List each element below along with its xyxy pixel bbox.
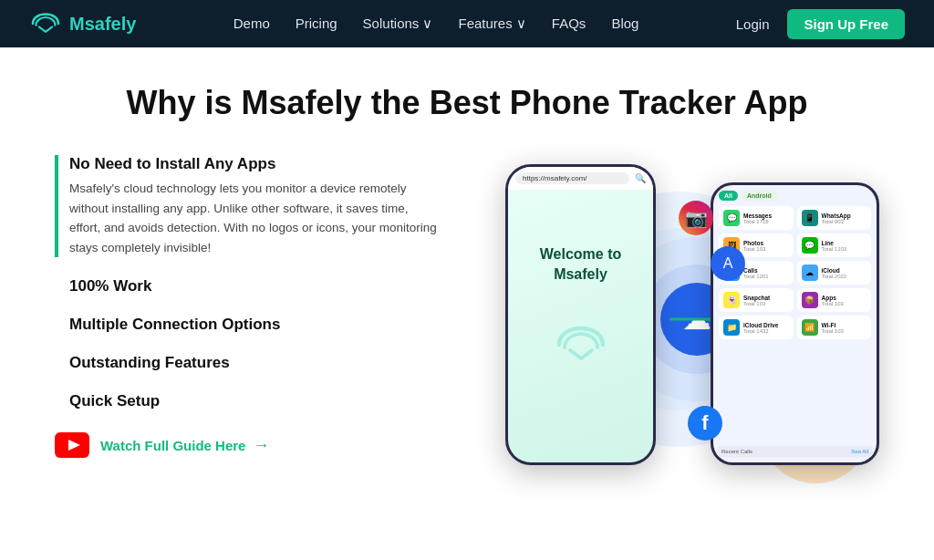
messages-icon: 💬 <box>723 210 740 226</box>
nav-right: Login Sign Up Free <box>736 9 905 39</box>
phone-search-icon: 🔍 <box>635 173 646 183</box>
tab-android: Android <box>742 191 777 201</box>
phone-right-screen: All Android 💬 Messages Total 2718 <box>713 185 877 462</box>
recent-calls-bar: Recent Calls See All <box>717 446 873 457</box>
feature-100-work-title: 100% Work <box>69 277 441 296</box>
features-panel: No Need to Install Any Apps Msafely's cl… <box>55 155 441 458</box>
app-card-icloud-drive: 📁 iCloud Drive Total 1432 <box>719 316 794 339</box>
feature-no-install-title: No Need to Install Any Apps <box>69 155 441 173</box>
see-all-link[interactable]: See All <box>851 449 868 454</box>
app-card-messages: 💬 Messages Total 2718 <box>719 206 794 230</box>
feature-outstanding[interactable]: Outstanding Features <box>55 354 441 372</box>
phone-illustrations: https://msafely.com/ 🔍 Welcome to Msafel… <box>478 155 879 502</box>
phone-welcome-text: Welcome to Msafely <box>540 244 622 285</box>
nav-faqs[interactable]: FAQs <box>552 16 586 32</box>
phone-url: https://msafely.com/ <box>515 172 629 184</box>
snapchat-icon: 👻 <box>723 292 740 308</box>
nav-pricing[interactable]: Pricing <box>296 16 337 32</box>
nav-blog[interactable]: Blog <box>611 16 638 32</box>
logo-icon <box>29 11 62 36</box>
apps-icon: 📦 <box>802 292 818 308</box>
wifi-icon: 📶 <box>802 319 818 336</box>
app-card-whatsapp: 📱 WhatsApp Total 903 <box>797 206 872 230</box>
feature-no-install-desc: Msafely's cloud technology lets you moni… <box>69 179 441 257</box>
feature-quick-setup[interactable]: Quick Setup <box>55 392 441 410</box>
app-card-apps: 📦 Apps Total 103 <box>797 288 872 312</box>
content-area: No Need to Install Any Apps Msafely's cl… <box>55 155 879 502</box>
phone-left: https://msafely.com/ 🔍 Welcome to Msafel… <box>505 164 656 465</box>
icloud-drive-icon: 📁 <box>723 319 740 336</box>
facebook-icon: f <box>688 406 722 441</box>
feature-quick-setup-title: Quick Setup <box>69 392 441 410</box>
feature-no-install: No Need to Install Any Apps Msafely's cl… <box>55 155 441 257</box>
watch-guide-link[interactable]: Watch Full Guide Here → <box>100 436 269 455</box>
navbar: Msafely Demo Pricing Solutions ∨ Feature… <box>0 0 934 47</box>
phone-tabs: All Android <box>719 191 871 201</box>
line-icon: 💬 <box>802 237 818 254</box>
phone-right: All Android 💬 Messages Total 2718 <box>711 182 879 465</box>
nav-features[interactable]: Features ∨ <box>458 16 525 32</box>
recent-calls-label: Recent Calls <box>721 449 752 454</box>
feature-outstanding-title: Outstanding Features <box>69 354 441 372</box>
tab-all: All <box>719 191 738 201</box>
main-content: Why is Msafely the Best Phone Tracker Ap… <box>0 47 934 529</box>
feature-100-work[interactable]: 100% Work <box>55 277 441 296</box>
logo-text: Msafely <box>69 14 136 35</box>
watch-guide-label: Watch Full Guide Here <box>100 438 245 453</box>
phone-browser-bar: https://msafely.com/ 🔍 <box>508 167 653 190</box>
phone-left-screen: https://msafely.com/ 🔍 Welcome to Msafel… <box>508 167 653 462</box>
arrow-right-icon: → <box>253 436 269 455</box>
login-link[interactable]: Login <box>736 16 770 32</box>
nav-links: Demo Pricing Solutions ∨ Features ∨ FAQs… <box>234 16 639 32</box>
app-card-snapchat: 👻 Snapchat Total 103 <box>719 288 794 312</box>
icloud-icon: ☁ <box>802 264 818 281</box>
app-card-line: 💬 Line Total 1103 <box>797 233 872 257</box>
signup-button[interactable]: Sign Up Free <box>787 9 905 39</box>
feature-multiple-connection-title: Multiple Connection Options <box>69 316 441 334</box>
nav-demo[interactable]: Demo <box>234 16 270 32</box>
watch-guide: Watch Full Guide Here → <box>55 432 441 458</box>
appstore-icon: A <box>711 246 745 281</box>
app-card-wifi: 📶 Wi-Fi Total 103 <box>797 316 872 339</box>
nav-solutions[interactable]: Solutions ∨ <box>363 16 433 32</box>
instagram-icon: 📷 <box>679 201 713 235</box>
whatsapp-icon: 📱 <box>802 210 818 226</box>
page-title: Why is Msafely the Best Phone Tracker Ap… <box>55 84 879 122</box>
feature-multiple-connection[interactable]: Multiple Connection Options <box>55 316 441 334</box>
logo[interactable]: Msafely <box>29 11 136 36</box>
phone-watermark <box>554 322 608 371</box>
app-card-icloud: ☁ iCloud Total 2022 <box>797 261 872 285</box>
youtube-icon <box>55 432 89 458</box>
